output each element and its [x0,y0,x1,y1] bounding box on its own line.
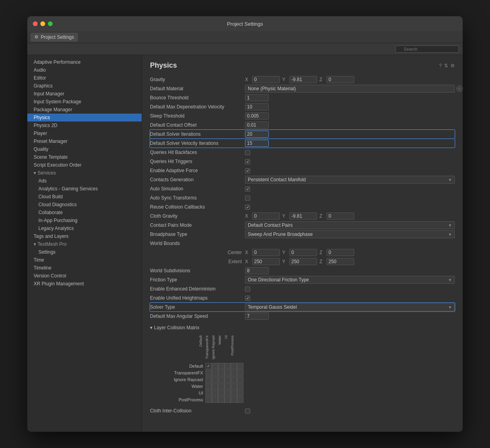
sleep-threshold-input[interactable] [245,112,269,120]
solver-type-dropdown[interactable]: Temporal Gauss Seidel ▼ [245,303,455,311]
sidebar-item-version-control[interactable]: Version Control [27,272,142,280]
matrix-cell-ignore-ui[interactable] [231,376,237,383]
extent-x-input[interactable] [252,258,280,265]
center-y-input[interactable] [289,249,317,256]
reset-icon[interactable]: ⇅ [444,63,448,68]
sidebar-item-player[interactable]: Player [27,129,142,137]
search-input[interactable] [395,46,459,53]
matrix-cell-default-default[interactable]: ✓ [205,363,212,369]
gravity-z-input[interactable] [327,76,354,83]
matrix-cell-water-ignore[interactable] [218,383,224,389]
sidebar-item-preset-manager[interactable]: Preset Manager [27,137,142,145]
extent-z-input[interactable] [327,258,354,265]
matrix-cell-postprocess-default[interactable] [205,397,212,403]
sidebar-item-package-manager[interactable]: Package Manager [27,106,142,114]
matrix-cell-ui-default[interactable] [205,390,212,396]
cloth-inter-collision-checkbox[interactable] [245,408,250,414]
matrix-cell-ignore-postprocess[interactable] [237,376,243,383]
matrix-cell-ui-transparent[interactable] [212,390,218,396]
matrix-cell-ignore-water[interactable] [224,376,231,383]
matrix-cell-ui-ignore[interactable] [218,390,224,396]
sidebar-item-cloud-diagnostics[interactable]: Cloud Diagnostics [27,201,142,209]
sidebar-item-xr-plugin-management[interactable]: XR Plugin Management [27,280,142,288]
sidebar-item-input-manager[interactable]: Input Manager [27,90,142,98]
auto-sync-transforms-checkbox[interactable] [245,196,250,201]
matrix-cell-transparent-default[interactable] [205,370,212,376]
broadphase-type-dropdown[interactable]: Sweep And Prune Broadphase ▼ [245,230,455,238]
matrix-cell-default-ui[interactable] [231,363,237,369]
matrix-cell-default-transparent[interactable] [212,363,218,369]
gravity-y-input[interactable] [289,76,317,83]
sidebar-item-adaptive-performance[interactable]: Adaptive Performance [27,58,142,66]
matrix-cell-water-transparent[interactable] [212,383,218,389]
matrix-cell-ui-ui[interactable] [231,390,237,396]
matrix-cell-ignore-default[interactable] [205,376,212,383]
matrix-cell-transparent-water[interactable] [224,370,231,376]
matrix-cell-ui-postprocess[interactable] [237,390,243,396]
default-solver-iter-input[interactable] [245,131,269,138]
center-x-input[interactable] [252,249,280,256]
auto-simulation-checkbox[interactable]: ✓ [245,186,250,192]
layer-collision-matrix-header[interactable]: ▾ Layer Collision Matrix [150,325,199,330]
matrix-cell-postprocess-transparent[interactable] [212,397,218,403]
matrix-cell-ignore-transparent[interactable] [212,376,218,383]
sidebar-item-input-system-package[interactable]: Input System Package [27,98,142,106]
sidebar-item-time[interactable]: Time [27,256,142,264]
default-max-angular-input[interactable] [245,313,269,320]
matrix-cell-transparent-ui[interactable] [231,370,237,376]
settings-icon[interactable]: ⚙ [450,63,455,68]
matrix-cell-water-default[interactable] [205,383,212,389]
bounce-threshold-input[interactable] [245,94,269,101]
matrix-cell-postprocess-postprocess[interactable] [237,397,243,403]
friction-type-dropdown[interactable]: One Directional Friction Type ▼ [245,276,455,284]
default-max-dep-input[interactable] [245,103,269,110]
sidebar-item-script-execution-order[interactable]: Script Execution Order [27,161,142,169]
cloth-gravity-z-input[interactable] [327,213,354,220]
sidebar-item-timeline[interactable]: Timeline [27,264,142,272]
minimize-button[interactable] [40,21,45,26]
sidebar-item-physics-2d[interactable]: Physics 2D [27,121,142,129]
sidebar-item-cloud-build[interactable]: Cloud Build [27,193,142,201]
sidebar-item-physics[interactable]: Physics [27,114,142,121]
sidebar-item-scene-template[interactable]: Scene Template [27,153,142,161]
sidebar-item-ads[interactable]: Ads [27,177,142,185]
matrix-cell-default-water[interactable] [224,363,231,369]
default-material-select-btn[interactable]: ⊙ [456,85,463,92]
sidebar-item-tags-and-layers[interactable]: Tags and Layers [27,232,142,240]
cloth-gravity-y-input[interactable] [289,213,317,220]
contacts-generation-dropdown[interactable]: Persistent Contact Manifold ▼ [245,176,455,184]
enable-enhanced-det-checkbox[interactable] [245,287,250,292]
help-icon[interactable]: ? [439,63,442,68]
matrix-cell-transparent-ignore[interactable] [218,370,224,376]
center-z-input[interactable] [327,249,354,256]
sidebar-item-legacy-analytics[interactable]: Legacy Analytics [27,224,142,232]
queries-hit-triggers-checkbox[interactable]: ✓ [245,159,250,164]
close-button[interactable] [33,21,38,26]
matrix-cell-postprocess-ui[interactable] [231,397,237,403]
enable-unified-hmaps-checkbox[interactable]: ✓ [245,296,250,301]
sidebar-item-analytics-gaming[interactable]: Analytics - Gaming Services [27,185,142,193]
matrix-cell-default-postprocess[interactable] [237,363,243,369]
matrix-cell-postprocess-ignore[interactable] [218,397,224,403]
matrix-cell-ui-water[interactable] [224,390,231,396]
matrix-cell-default-ignore[interactable] [218,363,224,369]
matrix-cell-postprocess-water[interactable] [224,397,231,403]
matrix-cell-water-ui[interactable] [231,383,237,389]
matrix-cell-water-postprocess[interactable] [237,383,243,389]
sidebar-item-textmesh-settings[interactable]: Settings [27,248,142,256]
maximize-button[interactable] [48,21,53,26]
default-material-dropdown[interactable]: None (Physic Material) [245,85,455,93]
gravity-x-input[interactable] [252,76,280,83]
sidebar-item-collaborate[interactable]: Collaborate [27,209,142,216]
default-solver-vel-input[interactable] [245,140,269,147]
matrix-cell-transparent-postprocess[interactable] [237,370,243,376]
sidebar-item-audio[interactable]: Audio [27,66,142,74]
cloth-gravity-x-input[interactable] [252,213,280,220]
contact-pairs-mode-dropdown[interactable]: Default Contact Pairs ▼ [245,221,455,229]
project-settings-tab[interactable]: ⚙ Project Settings [30,33,78,42]
sidebar-item-editor[interactable]: Editor [27,74,142,82]
matrix-cell-water-water[interactable] [224,383,231,389]
sidebar-item-graphics[interactable]: Graphics [27,82,142,90]
enable-adaptive-force-checkbox[interactable]: ✓ [245,168,250,173]
matrix-cell-ignore-ignore[interactable] [218,376,224,383]
